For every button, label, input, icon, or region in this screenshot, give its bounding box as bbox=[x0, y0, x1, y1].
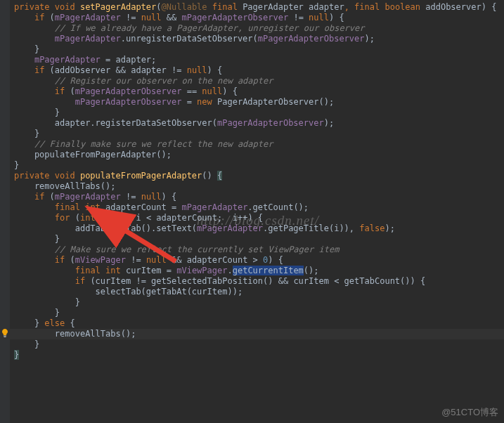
code-line[interactable]: addTab(newTab().setText(mPagerAdapter.ge… bbox=[14, 223, 504, 234]
code-line[interactable]: } bbox=[14, 129, 504, 139]
code-line[interactable]: if (curItem != getSelectedTabPosition() … bbox=[14, 276, 504, 287]
code-line[interactable]: // Make sure we reflect the currently se… bbox=[14, 245, 504, 255]
code-line[interactable]: if (mPagerAdapter != null && mPagerAdapt… bbox=[14, 13, 504, 23]
code-line[interactable]: if (mViewPager != null && adapterCount >… bbox=[14, 255, 504, 266]
code-line[interactable]: } bbox=[14, 339, 504, 350]
code-line[interactable]: private void setPagerAdapter(@Nullable f… bbox=[14, 2, 504, 13]
attribution-text: @51CTO博客 bbox=[441, 406, 498, 419]
intention-bulb-icon[interactable] bbox=[1, 329, 8, 337]
code-area[interactable]: private void setPagerAdapter(@Nullable f… bbox=[14, 2, 504, 360]
svg-rect-0 bbox=[4, 336, 6, 337]
code-line[interactable]: } else { bbox=[14, 318, 504, 329]
code-line[interactable]: } bbox=[14, 108, 504, 118]
code-line[interactable]: for (int i = 0; i < adapterCount; i++) { bbox=[14, 213, 504, 223]
code-line[interactable]: } bbox=[14, 297, 504, 308]
code-editor[interactable]: private void setPagerAdapter(@Nullable f… bbox=[0, 0, 504, 423]
code-line[interactable]: mPagerAdapter = adapter; bbox=[14, 55, 504, 65]
code-line[interactable]: mPagerAdapter.unregisterDataSetObserver(… bbox=[14, 34, 504, 44]
code-line[interactable]: selectTab(getTabAt(curItem)); bbox=[14, 287, 504, 297]
code-line[interactable]: adapter.registerDataSetObserver(mPagerAd… bbox=[14, 118, 504, 129]
code-line[interactable]: } bbox=[14, 308, 504, 318]
code-line[interactable]: // Finally make sure we reflect the new … bbox=[14, 139, 504, 150]
code-line[interactable]: } bbox=[14, 350, 504, 360]
code-line[interactable]: if (addObserver && adapter != null) { bbox=[14, 65, 504, 76]
code-line[interactable]: populateFromPagerAdapter(); bbox=[14, 150, 504, 160]
code-line[interactable]: } bbox=[14, 44, 504, 55]
code-line[interactable]: if (mPagerAdapterObserver == null) { bbox=[14, 86, 504, 97]
code-line[interactable]: } bbox=[14, 160, 504, 171]
code-line[interactable]: // If we already have a PagerAdapter, un… bbox=[14, 23, 504, 34]
code-line[interactable]: final int adapterCount = mPagerAdapter.g… bbox=[14, 202, 504, 213]
code-line[interactable]: removeAllTabs(); bbox=[14, 181, 504, 192]
code-line[interactable]: removeAllTabs(); bbox=[14, 329, 504, 339]
svg-rect-1 bbox=[4, 337, 6, 337]
code-line[interactable]: private void populateFromPagerAdapter() … bbox=[14, 171, 504, 181]
code-line[interactable]: mPagerAdapterObserver = new PagerAdapter… bbox=[14, 97, 504, 108]
code-line[interactable]: if (mPagerAdapter != null) { bbox=[14, 192, 504, 202]
code-line[interactable]: final int curItem = mViewPager.getCurren… bbox=[14, 266, 504, 276]
gutter bbox=[0, 0, 10, 423]
code-line[interactable]: } bbox=[14, 234, 504, 245]
code-line[interactable]: // Register our observer on the new adap… bbox=[14, 76, 504, 86]
